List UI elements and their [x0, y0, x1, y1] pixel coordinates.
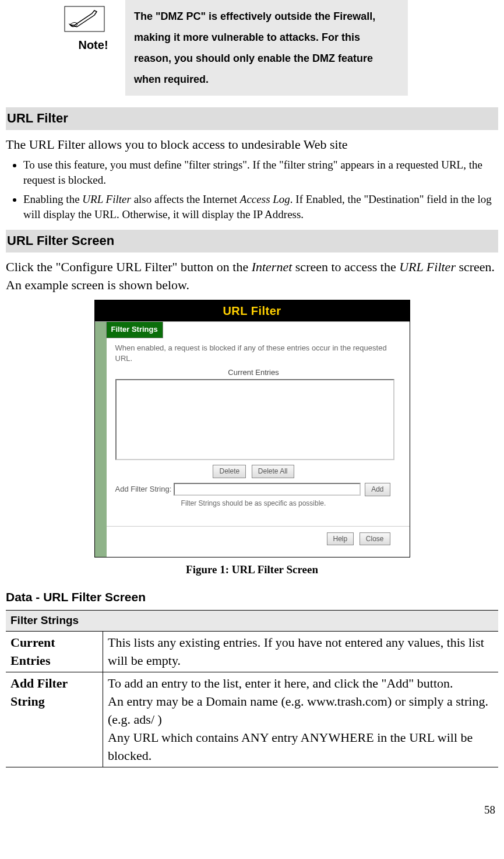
current-entries-label: Current Entries: [115, 367, 392, 378]
delete-all-button[interactable]: Delete All: [252, 465, 294, 478]
add-filter-input[interactable]: [174, 483, 361, 496]
list-item: Enabling the URL Filter also affects the…: [23, 192, 498, 223]
row-label: Current Entries: [6, 631, 103, 672]
page-number: 58: [6, 802, 495, 818]
figure-caption: Figure 1: URL Filter Screen: [6, 562, 498, 578]
data-table-title: Data - URL Filter Screen: [6, 588, 498, 605]
tab-filter-strings[interactable]: Filter Strings: [106, 322, 163, 338]
figure-sidebar: [95, 322, 107, 557]
add-button[interactable]: Add: [365, 483, 390, 496]
figure-description: When enabled, a request is blocked if an…: [115, 343, 392, 364]
note-text: The "DMZ PC" is effectively outside the …: [125, 0, 408, 96]
section-header-url-filter-screen: URL Filter Screen: [6, 230, 498, 253]
data-table: Filter Strings Current Entries This list…: [6, 610, 498, 767]
note-label: Note!: [64, 37, 122, 53]
row-desc: To add an entry to the list, enter it he…: [103, 672, 499, 767]
help-button[interactable]: Help: [327, 532, 354, 546]
section-header-url-filter: URL Filter: [6, 107, 498, 130]
note-callout: Note! The "DMZ PC" is effectively outsid…: [61, 0, 498, 96]
list-item: To use this feature, you must define "fi…: [23, 157, 498, 188]
figure-url-filter: URL Filter Filter Strings When enabled, …: [94, 300, 410, 558]
note-icon-cell: Note!: [61, 0, 125, 96]
url-filter-bullets: To use this feature, you must define "fi…: [6, 157, 498, 223]
delete-button[interactable]: Delete: [213, 465, 246, 478]
table-row: Add Filter String To add an entry to the…: [6, 672, 498, 767]
filter-hint: Filter Strings should be as specific as …: [115, 499, 392, 509]
note-pencil-icon: [64, 6, 105, 32]
close-button[interactable]: Close: [360, 532, 390, 546]
table-header: Filter Strings: [6, 611, 498, 632]
screen-intro: Click the "Configure URL Filter" button …: [6, 258, 498, 294]
figure-title: URL Filter: [95, 300, 410, 321]
table-row: Current Entries This lists any existing …: [6, 631, 498, 672]
current-entries-listbox[interactable]: [115, 379, 394, 460]
add-filter-label: Add Filter String:: [115, 484, 172, 495]
row-desc: This lists any existing entries. If you …: [103, 631, 499, 672]
url-filter-intro: The URL Filter allows you to block acces…: [6, 136, 498, 154]
row-label: Add Filter String: [6, 672, 103, 767]
